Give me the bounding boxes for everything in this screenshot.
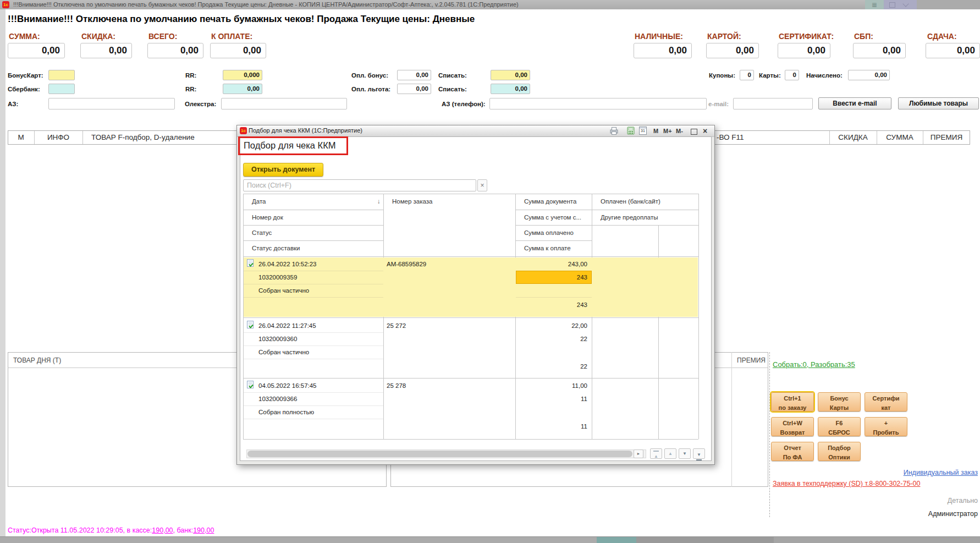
to-pay-value: 0,00 <box>210 43 266 58</box>
order-doc-sum[interactable]: 243,00 <box>516 257 592 271</box>
maximize-icon[interactable] <box>889 2 895 8</box>
chevron-down-icon[interactable] <box>902 1 909 7</box>
col-paid[interactable]: Оплачен (банк/сайт) <box>596 194 660 210</box>
move-down-icon[interactable]: ▼ <box>679 448 691 459</box>
search-clear-button[interactable]: × <box>477 179 487 191</box>
dialog-close-icon[interactable]: × <box>703 127 707 135</box>
return-button[interactable]: Ctrl+WВозврат <box>771 417 814 436</box>
bonus-card-input[interactable] <box>48 70 75 80</box>
move-up-icon[interactable]: ▲ <box>664 448 676 459</box>
detail-label: Детально <box>948 497 978 504</box>
certificate-button[interactable]: Сертификат <box>865 392 907 412</box>
cards-count-label: Карты: <box>759 72 781 79</box>
accrued-input[interactable]: 0,00 <box>848 70 890 80</box>
rr1-label: RR: <box>185 72 196 79</box>
dialog-maximize-icon[interactable] <box>691 129 697 135</box>
calculator-icon[interactable] <box>627 127 635 137</box>
az-phone-input[interactable] <box>489 98 707 109</box>
search-input[interactable] <box>243 179 476 191</box>
taskbar-segment[interactable] <box>597 536 636 543</box>
support-link[interactable]: Заявка в техподдержку (SD) т.8-800-302-7… <box>773 480 920 487</box>
order-sum-due[interactable]: 22 <box>516 360 592 373</box>
order-date[interactable]: 04.05.2022 16:57:45 <box>258 379 317 392</box>
reset-button[interactable]: F6СБРОС <box>818 417 861 436</box>
olekstra-input[interactable] <box>221 98 347 109</box>
memory-mplus-button[interactable]: М+ <box>663 128 672 134</box>
collect-disassemble-link[interactable]: Собрать:0, Разобрать:35 <box>773 360 855 369</box>
pay-privilege-input[interactable]: 0,00 <box>397 84 431 94</box>
col-order-number[interactable]: Номер заказа <box>388 194 432 210</box>
order-sum-discount[interactable]: 243 <box>516 271 592 284</box>
sberbank-input[interactable] <box>48 84 75 94</box>
table-grid-line <box>244 297 383 298</box>
table-grid-line <box>244 419 383 419</box>
order-sum-discount[interactable]: 11 <box>516 392 592 405</box>
window-grid-icon[interactable]: ▦ <box>865 0 884 9</box>
az-input[interactable] <box>48 98 175 109</box>
order-date[interactable]: 26.04.2022 10:52:23 <box>258 257 317 271</box>
order-doc-number[interactable]: 10320009359 <box>258 271 297 284</box>
coupons-input[interactable]: 0 <box>740 70 754 80</box>
memory-mminus-button[interactable]: М- <box>676 128 683 134</box>
enter-email-button[interactable]: Ввести e-mail <box>818 97 891 109</box>
col-sum-due[interactable]: Сумма к оплате <box>520 240 571 256</box>
go-to-bottom-icon[interactable]: ▼ <box>693 448 705 459</box>
order-number[interactable]: 25 272 <box>387 319 406 332</box>
col-delivery-status[interactable]: Статус доставки <box>247 240 300 256</box>
col-doc-sum[interactable]: Сумма документа <box>520 194 576 210</box>
bank-amount[interactable]: 190,00 <box>193 526 214 534</box>
col-date[interactable]: Дата <box>247 194 266 210</box>
sberbank-label: Сбербанк: <box>8 86 40 92</box>
order-doc-number[interactable]: 10320009366 <box>258 392 297 405</box>
optics-select-button[interactable]: ПодборОптики <box>818 442 861 461</box>
writeoff1-input[interactable]: 0,00 <box>491 70 530 80</box>
order-sum-discount[interactable]: 22 <box>516 332 592 345</box>
cards-count-input[interactable]: 0 <box>785 70 799 80</box>
order-status[interactable]: Собран полностью <box>258 405 314 419</box>
email-input[interactable] <box>733 98 813 109</box>
open-document-button[interactable]: Открыть документ <box>243 163 323 177</box>
order-date[interactable]: 26.04.2022 11:27:45 <box>258 319 316 332</box>
col-sum-paid[interactable]: Сумма оплачено <box>520 225 574 241</box>
col-header-premia: ПРЕМИЯ <box>923 130 970 145</box>
col-status[interactable]: Статус <box>247 225 272 241</box>
order-number[interactable]: 25 278 <box>387 379 406 392</box>
window-controls[interactable] <box>884 0 917 9</box>
col-header-info: ИНФО <box>34 130 82 145</box>
print-icon[interactable] <box>609 127 619 137</box>
table-grid-line <box>243 378 698 379</box>
rr2-input[interactable]: 0,00 <box>223 84 262 94</box>
col-doc-number[interactable]: Номер док <box>247 210 283 226</box>
bonus-cards-button[interactable]: БонусКарты <box>818 392 861 412</box>
az-phone-label: АЗ (телефон): <box>442 101 486 107</box>
az-label: АЗ: <box>8 101 18 107</box>
order-sum-due[interactable]: 11 <box>516 420 592 433</box>
order-number[interactable]: АМ-68595829 <box>387 257 426 271</box>
memory-m-button[interactable]: М <box>653 128 658 134</box>
favorites-button[interactable]: Любимые товары <box>898 97 979 109</box>
pay-bonus-input[interactable]: 0,00 <box>397 70 431 80</box>
table-grid-line <box>698 194 699 439</box>
by-order-button[interactable]: Ctrl+1по заказу <box>771 392 814 412</box>
order-status[interactable]: Собран частично <box>258 284 309 297</box>
order-sum-due[interactable]: 243 <box>516 298 592 311</box>
order-doc-sum[interactable]: 22,00 <box>516 319 592 332</box>
rr1-input[interactable]: 0,000 <box>223 70 262 80</box>
individual-order-link[interactable]: Индивидуальный заказ <box>904 469 978 476</box>
punch-button[interactable]: +Пробить <box>865 417 907 436</box>
order-doc-number[interactable]: 10320009360 <box>258 332 297 345</box>
scroll-right-icon[interactable]: ► <box>634 449 643 458</box>
cash-amount[interactable]: 190,00 <box>152 526 173 534</box>
fa-report-button[interactable]: ОтчетПо ФА <box>771 442 814 461</box>
writeoff2-input[interactable]: 0,00 <box>491 84 530 94</box>
col-sum-with-discount[interactable]: Сумма с учетом с... <box>520 210 581 226</box>
table-grid-line <box>243 439 698 440</box>
order-doc-sum[interactable]: 11,00 <box>516 379 592 392</box>
go-to-top-icon[interactable]: ▲ <box>650 448 662 459</box>
calendar-icon[interactable]: 31 <box>639 127 647 135</box>
scrollbar-thumb[interactable] <box>247 451 632 457</box>
cash-value: 0,00 <box>634 43 692 58</box>
writeoff2-label: Списать: <box>438 86 467 92</box>
order-status[interactable]: Собран частично <box>258 345 309 359</box>
col-other-prepayments[interactable]: Другие предоплаты <box>596 210 658 226</box>
